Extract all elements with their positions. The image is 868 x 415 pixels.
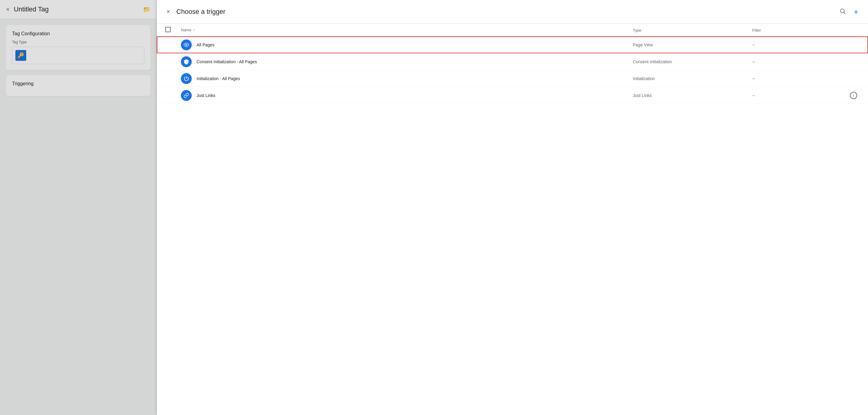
trigger-filter-cell-just-links: -- [752,93,843,98]
trigger-list: All Pages Page View -- Consent Initializ… [157,36,868,415]
trigger-filter-just-links: -- [752,93,755,98]
trigger-filter-initialization: -- [752,76,755,81]
svg-point-0 [840,9,844,13]
trigger-type-cell-consent-init: Consent Initialization [633,59,747,64]
name-column-header: Name ↑ [181,28,628,32]
svg-point-2 [186,44,187,45]
table-header: Name ↑ Type Filter [157,24,868,36]
trigger-type-consent-init: Consent Initialization [633,59,672,64]
dialog-add-button[interactable]: + [852,7,860,17]
table-row[interactable]: All Pages Page View -- [157,36,868,53]
dialog-header: × Choose a trigger + [157,0,868,24]
name-column-label: Name [181,28,191,32]
filter-column-header: Filter [752,28,843,33]
trigger-filter-cell-all-pages: -- [752,42,843,47]
checkbox-square [165,27,170,32]
dialog-close-button[interactable]: × [165,7,172,16]
trigger-name-just-links: Just Links [196,93,628,98]
trigger-icon-all-pages [181,39,192,50]
select-all-checkbox[interactable] [165,27,176,33]
trigger-name-initialization: Initialization - All Pages [196,76,628,81]
trigger-name-all-pages: All Pages [196,42,628,47]
trigger-icon-just-links [181,90,192,101]
trigger-type-cell-initialization: Initialization [633,76,747,81]
trigger-icon-consent-init [181,56,192,67]
trigger-name-cell-all-pages: All Pages [196,42,628,47]
trigger-filter-cell-initialization: -- [752,76,843,81]
trigger-type-cell-just-links: Just Links [633,93,747,98]
type-column-header: Type [633,28,747,33]
dialog-title: Choose a trigger [176,8,833,16]
trigger-name-cell-just-links: Just Links [196,93,628,98]
trigger-type-initialization: Initialization [633,76,655,81]
trigger-icon-initialization [181,73,192,84]
trigger-filter-all-pages: -- [752,42,755,47]
trigger-type-all-pages: Page View [633,42,653,47]
trigger-name-consent-init: Consent Initialization - All Pages [196,59,628,64]
sort-ascending-icon[interactable]: ↑ [193,28,195,32]
svg-line-1 [844,12,845,13]
trigger-type-cell-all-pages: Page View [633,42,747,47]
trigger-name-cell-initialization: Initialization - All Pages [196,76,628,81]
table-row[interactable]: Just Links Just Links -- i [157,87,868,104]
dialog-search-button[interactable] [838,6,848,18]
info-circle-icon: i [850,92,857,99]
filter-column-label: Filter [752,28,761,33]
type-column-label: Type [633,28,641,33]
trigger-info-icon[interactable]: i [847,92,860,99]
table-row[interactable]: Initialization - All Pages Initializatio… [157,70,868,87]
search-icon [839,8,846,14]
trigger-filter-cell-consent-init: -- [752,59,843,64]
trigger-name-cell-consent-init: Consent Initialization - All Pages [196,59,628,64]
trigger-filter-consent-init: -- [752,59,755,64]
trigger-type-just-links: Just Links [633,93,652,98]
table-row[interactable]: Consent Initialization - All Pages Conse… [157,53,868,70]
choose-trigger-dialog: × Choose a trigger + Name ↑ Type Filter [157,0,868,415]
